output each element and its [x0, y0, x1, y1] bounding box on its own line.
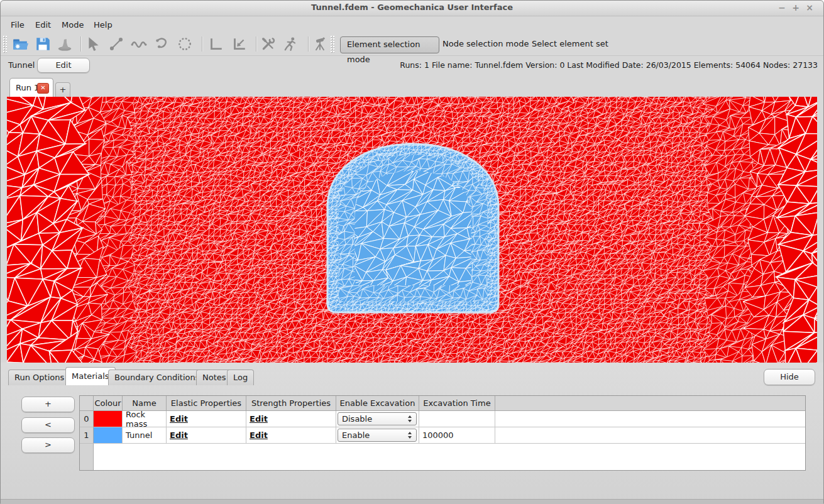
enable-excavation-cell: Enable: [336, 427, 419, 444]
col-header-excavation: Enable Excavation: [336, 396, 419, 411]
mesh-viewport[interactable]: [7, 97, 817, 363]
tab-run-1[interactable]: Run 1 ✕: [9, 78, 53, 97]
col-header-strength: Strength Properties: [246, 396, 336, 411]
colour-swatch-rock-mass[interactable]: [94, 411, 123, 427]
table-empty-area: [94, 444, 805, 470]
wizard-hat-icon[interactable]: [56, 35, 74, 53]
menu-bar: File Edit Mode Help: [1, 16, 823, 33]
axes-icon[interactable]: [207, 35, 224, 53]
toolbar-separator: [80, 36, 82, 52]
material-name-cell: Rock mass: [123, 411, 167, 427]
app-window: Tunnel.fdem - Geomechanica User Interfac…: [0, 0, 824, 504]
run-tab-label: Run 1: [16, 83, 39, 92]
excavation-time-cell[interactable]: 100000: [419, 427, 495, 444]
run-tab-bar: Run 1 ✕ +: [1, 75, 823, 97]
strength-properties-cell: Edit: [246, 427, 336, 444]
run-analysis-icon[interactable]: [282, 35, 299, 53]
toolbar-drag-handle[interactable]: [3, 35, 7, 53]
col-header-elastic: Elastic Properties: [167, 396, 246, 411]
materials-table: Colour Name Elastic Properties Strength …: [79, 395, 806, 471]
save-file-icon[interactable]: [34, 35, 52, 53]
strength-edit-link[interactable]: Edit: [250, 414, 268, 424]
elastic-edit-link[interactable]: Edit: [170, 430, 188, 440]
select-element-set-button[interactable]: Select element set: [532, 36, 608, 52]
title-bar[interactable]: Tunnel.fdem - Geomechanica User Interfac…: [1, 1, 823, 16]
tab-boundary-conditions[interactable]: Boundary Conditions: [108, 370, 206, 385]
material-name-cell: Tunnel: [123, 427, 167, 444]
spinner-arrows-icon[interactable]: [406, 413, 414, 425]
toolbar-separator: [256, 36, 257, 52]
element-selection-mode-button[interactable]: Element selection mode: [340, 36, 439, 53]
line-tool-icon[interactable]: [107, 35, 125, 53]
hide-panel-button[interactable]: Hide: [764, 369, 815, 385]
toolbar: Element selection mode Node selection mo…: [1, 33, 823, 56]
open-file-icon[interactable]: [11, 35, 29, 53]
swatch-fill: [94, 427, 122, 443]
elastic-edit-link[interactable]: Edit: [170, 414, 188, 424]
project-edit-button[interactable]: Edit: [37, 58, 90, 73]
run-tab-close-icon[interactable]: ✕: [37, 83, 49, 94]
tab-run-options[interactable]: Run Options: [8, 370, 70, 385]
enable-excavation-cell: Disable: [336, 411, 419, 427]
col-header-name: Name: [123, 396, 167, 411]
window-title: Tunnel.fdem - Geomechanica User Interfac…: [1, 3, 823, 12]
preview-icon[interactable]: [311, 35, 329, 53]
lasso-tool-icon[interactable]: [176, 35, 194, 53]
move-material-up-button[interactable]: <: [21, 417, 75, 433]
add-run-tab-button[interactable]: +: [55, 82, 70, 97]
row-header-filler: [80, 444, 94, 470]
project-bar: Tunnel Edit Runs: 1 File name: Tunnel.fd…: [1, 56, 823, 75]
spinner-arrows-icon[interactable]: [406, 429, 414, 441]
col-header-index: [80, 396, 94, 411]
swatch-fill: [94, 411, 122, 427]
colour-swatch-tunnel[interactable]: [94, 427, 123, 444]
node-selection-mode-button[interactable]: Node selection mode: [442, 36, 529, 52]
curve-tool-icon[interactable]: [153, 35, 171, 53]
excavation-time-cell[interactable]: [419, 411, 495, 427]
excavation-dropdown[interactable]: Enable: [338, 429, 417, 442]
axes-arrow-icon[interactable]: [230, 35, 248, 53]
col-header-time: Excavation Time: [419, 396, 495, 411]
menu-mode[interactable]: Mode: [58, 19, 87, 31]
toolbar-separator: [202, 36, 203, 52]
close-button[interactable]: ×: [803, 2, 816, 13]
col-header-colour: Colour: [94, 396, 123, 411]
tab-log[interactable]: Log: [227, 370, 254, 385]
menu-file[interactable]: File: [7, 19, 28, 31]
file-status-text: Runs: 1 File name: Tunnel.fdem Version: …: [400, 60, 818, 70]
polyline-tool-icon[interactable]: [130, 35, 148, 53]
filler-cell: [495, 427, 805, 444]
minimize-button[interactable]: −: [776, 2, 788, 13]
strength-properties-cell: Edit: [246, 411, 336, 427]
window-bottom-edge: [1, 499, 823, 504]
excavation-dropdown[interactable]: Disable: [338, 412, 417, 425]
menu-help[interactable]: Help: [90, 19, 116, 31]
select-cursor-icon[interactable]: [85, 35, 102, 53]
project-name-label: Tunnel: [8, 60, 35, 70]
tools-icon[interactable]: [260, 35, 277, 53]
toolbar-drag-handle[interactable]: [330, 35, 334, 53]
strength-edit-link[interactable]: Edit: [250, 430, 268, 440]
add-material-button[interactable]: +: [21, 397, 75, 412]
filler-cell: [495, 411, 805, 427]
elastic-properties-cell: Edit: [167, 411, 246, 427]
excavation-dropdown-value: Disable: [342, 414, 372, 424]
row-header-1: 1: [80, 427, 94, 444]
maximize-button[interactable]: +: [789, 2, 802, 13]
col-header-filler: [495, 396, 805, 411]
toolbar-separator: [308, 36, 309, 52]
elastic-properties-cell: Edit: [167, 427, 246, 444]
menu-edit[interactable]: Edit: [31, 19, 55, 31]
row-header-0: 0: [80, 411, 94, 427]
move-material-down-button[interactable]: >: [21, 437, 75, 453]
excavation-dropdown-value: Enable: [342, 430, 370, 440]
